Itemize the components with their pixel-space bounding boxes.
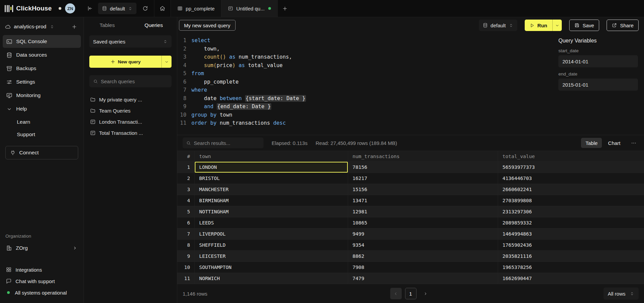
cell-total-value[interactable]: 2035821116	[498, 251, 644, 262]
saved-query-item-my-private-query[interactable]: My private query ...	[84, 94, 177, 105]
cell-num-transactions[interactable]: 7908	[348, 262, 498, 273]
cell-num-transactions[interactable]: 7479	[348, 273, 498, 284]
code-line[interactable]: 1select	[177, 36, 552, 45]
prev-page-button[interactable]	[390, 288, 402, 299]
workspace-selector[interactable]: analytics-prod	[0, 21, 84, 35]
end-date-input[interactable]	[558, 79, 638, 91]
connect-button[interactable]: Connect	[5, 146, 78, 159]
sidebar-item-monitoring[interactable]: Monitoring	[3, 89, 81, 102]
cell-num-transactions[interactable]: 12981	[348, 206, 498, 217]
cell-num-transactions[interactable]: 13471	[348, 195, 498, 206]
new-query-button[interactable]: New query	[89, 56, 162, 68]
code-line[interactable]: 2 town,	[177, 45, 552, 53]
column-header-num-transactions[interactable]: num_transactions	[348, 151, 498, 162]
cell-num-transactions[interactable]: 8862	[348, 251, 498, 262]
code-line[interactable]: 8 date between {start_date: Date }	[177, 94, 552, 103]
row-index-cell[interactable]: 1	[177, 162, 195, 173]
topbar-database-selector[interactable]: default	[98, 3, 136, 14]
row-index-cell[interactable]: 9	[177, 251, 195, 262]
saved-query-tab[interactable]: My new saved query	[179, 20, 236, 31]
row-index-cell[interactable]: 10	[177, 262, 195, 273]
row-index-cell[interactable]: 2	[177, 173, 195, 184]
code-line[interactable]: 3 count() as num_transactions,	[177, 53, 552, 61]
tab-untitled-query[interactable]: Untitled qu...	[221, 0, 278, 17]
page-size-selector[interactable]: All rows	[604, 287, 639, 300]
column-header-town[interactable]: town	[195, 151, 348, 162]
code-line[interactable]: 7where	[177, 86, 552, 94]
code-line[interactable]: 4 sum(price) as total_value	[177, 61, 552, 70]
current-page-button[interactable]: 1	[405, 288, 417, 299]
cell-total-value[interactable]: 1464994863	[498, 229, 644, 240]
code-line[interactable]: 5from	[177, 69, 552, 78]
cell-town[interactable]: BIRMINGHAM	[195, 195, 348, 206]
cell-total-value[interactable]: 1965378256	[498, 262, 644, 273]
sidebar-item-learn[interactable]: Learn	[3, 116, 81, 128]
cell-total-value[interactable]: 1662690447	[498, 273, 644, 284]
cell-total-value[interactable]: 1765902436	[498, 240, 644, 251]
sidebar-item-data-sources[interactable]: Data sources	[3, 49, 81, 61]
row-index-cell[interactable]: 11	[177, 273, 195, 284]
cell-total-value[interactable]: 2313297306	[498, 206, 644, 217]
cell-town[interactable]: LIVERPOOL	[195, 229, 348, 240]
code-line[interactable]: 11order by num_transactions desc	[177, 119, 552, 127]
column-header-index[interactable]: #	[177, 151, 195, 162]
refresh-button[interactable]	[139, 2, 151, 14]
organization-selector[interactable]: ZOrg	[3, 242, 81, 254]
chart-view-button[interactable]: Chart	[604, 138, 625, 148]
sql-editor[interactable]: 1select2 town,3 count() as num_transacti…	[177, 33, 552, 135]
row-index-cell[interactable]: 5	[177, 206, 195, 217]
cell-num-transactions[interactable]: 15156	[348, 184, 498, 195]
cell-num-transactions[interactable]: 16217	[348, 173, 498, 184]
cell-total-value[interactable]: 2089859332	[498, 217, 644, 229]
new-tab-button[interactable]	[278, 0, 292, 17]
column-header-total-value[interactable]: total_value	[498, 151, 644, 162]
saved-query-item-london-transacti[interactable]: London Transacti...	[84, 116, 177, 127]
code-line[interactable]: 10group by town	[177, 111, 552, 119]
cell-town[interactable]: SHEFFIELD	[195, 240, 348, 251]
cell-town[interactable]: LEICESTER	[195, 251, 348, 262]
cell-num-transactions[interactable]: 9499	[348, 229, 498, 240]
query-search-input[interactable]	[101, 79, 168, 84]
code-line[interactable]: 6 pp_complete	[177, 78, 552, 86]
sidebar-item-help[interactable]: Help	[3, 102, 81, 115]
run-database-selector[interactable]: default	[479, 20, 517, 31]
next-page-button[interactable]	[420, 288, 431, 299]
table-view-button[interactable]: Table	[581, 138, 602, 148]
home-button[interactable]	[156, 2, 168, 14]
cell-town[interactable]: LONDON	[195, 162, 348, 173]
run-button[interactable]: Run	[525, 20, 553, 31]
run-options-button[interactable]	[553, 20, 562, 31]
row-index-cell[interactable]: 6	[177, 217, 195, 229]
tab-queries[interactable]: Queries	[130, 17, 177, 33]
row-index-cell[interactable]: 7	[177, 229, 195, 240]
sidebar-item-integrations[interactable]: Integrations	[0, 264, 84, 275]
save-button[interactable]: Save	[569, 20, 599, 31]
sidebar-item-settings[interactable]: Settings	[3, 75, 81, 88]
tab-pp-complete[interactable]: pp_complete	[171, 0, 221, 17]
code-line[interactable]: 9 and {end_date: Date }	[177, 102, 552, 111]
row-index-cell[interactable]: 8	[177, 240, 195, 251]
collapse-sidebar-button[interactable]	[84, 2, 96, 14]
sidebar-item-all-systems-operational[interactable]: All systems operational	[0, 287, 84, 298]
saved-query-item-total-transaction[interactable]: Total Transaction ...	[84, 127, 177, 138]
new-query-options-button[interactable]	[162, 56, 172, 68]
share-button[interactable]: Share	[607, 20, 639, 31]
cell-total-value[interactable]: 2703899808	[498, 195, 644, 206]
start-date-input[interactable]	[558, 55, 638, 67]
user-avatar[interactable]: ZN	[65, 3, 75, 13]
sidebar-item-support[interactable]: Support	[3, 128, 81, 140]
tab-tables[interactable]: Tables	[84, 17, 130, 33]
row-index-cell[interactable]: 3	[177, 184, 195, 195]
saved-query-item-team-queries[interactable]: Team Queries	[84, 105, 177, 116]
cell-town[interactable]: MANCHESTER	[195, 184, 348, 195]
add-service-button[interactable]	[69, 22, 79, 31]
cell-num-transactions[interactable]: 78156	[348, 162, 498, 173]
cell-num-transactions[interactable]: 9354	[348, 240, 498, 251]
results-menu-button[interactable]	[628, 138, 639, 148]
row-index-cell[interactable]: 4	[177, 195, 195, 206]
sidebar-item-sql-console[interactable]: SQL Console	[3, 35, 81, 48]
cell-town[interactable]: SOUTHAMPTON	[195, 262, 348, 273]
cell-total-value[interactable]: 56593977373	[498, 162, 644, 173]
sidebar-item-backups[interactable]: Backups	[3, 62, 81, 75]
saved-queries-select[interactable]: Saved queries	[89, 35, 172, 48]
